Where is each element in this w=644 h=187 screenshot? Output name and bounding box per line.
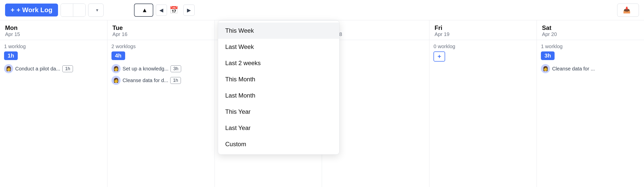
view-group [106, 4, 131, 17]
dropdown-item[interactable]: Last Week [218, 39, 339, 55]
avatar: 👩 [541, 64, 550, 73]
stack-view-button[interactable] [119, 4, 131, 17]
chevron-down-icon: ▾ [96, 7, 98, 13]
day-column-mon: MonApr 151 worklog1h👩Conduct a pilot da.… [0, 20, 107, 187]
next-period-button[interactable]: ▶ [183, 5, 195, 16]
task-label: Set up a knowledg... [123, 66, 168, 72]
day-name: Tue [112, 24, 210, 31]
day-header: TueApr 16 [107, 20, 215, 40]
day-name: Mon [5, 24, 102, 31]
export-icon: 📥 [623, 7, 631, 14]
table-view-button[interactable] [106, 4, 118, 17]
task-item[interactable]: 👩Cleanse data for ... [541, 64, 640, 73]
export-button[interactable]: 📥 [617, 4, 639, 17]
day-body: 1 worklog1h👩Conduct a pilot da...1h [0, 40, 107, 187]
prev-arrow-icon: ◀ [159, 7, 163, 13]
day-date: Apr 20 [542, 31, 639, 37]
plus-icon: + [11, 6, 14, 14]
calendar-icon: 📅 [169, 6, 178, 14]
day-name: Fri [434, 24, 532, 31]
task-label: Cleanse data for d... [123, 78, 168, 83]
worklog-badge: 1h [4, 51, 18, 60]
task-label: Cleanse data for ... [552, 66, 595, 72]
task-time-badge: 1h [62, 65, 73, 72]
prev-period-button[interactable]: ◀ [156, 5, 167, 16]
day-body: 0 worklog+ [429, 40, 537, 187]
task-time-badge: 1h [170, 77, 181, 84]
task-item[interactable]: 👩Cleanse data for d...1h [111, 76, 211, 85]
day-body: 2 worklogs4h👩Set up a knowledg...3h👩Clea… [107, 40, 215, 187]
day-header: MonApr 15 [0, 20, 107, 40]
day-date: Apr 16 [112, 31, 210, 37]
worklog-badge: 4h [111, 51, 125, 60]
day-header: SatApr 20 [537, 20, 644, 40]
dropdown-item[interactable]: Last Year [218, 120, 339, 136]
day-date: Apr 19 [434, 31, 532, 37]
avatar: 👩 [111, 64, 121, 73]
worklog-badge: 3h [541, 51, 555, 60]
worklog-count: 1 worklog [4, 44, 103, 49]
day-name: Sat [542, 24, 639, 31]
select-button[interactable]: ▲ [134, 4, 153, 17]
task-item[interactable]: 👩Set up a knowledg...3h [111, 64, 211, 73]
avatar: 👩 [4, 64, 13, 73]
day-column-tue: TueApr 162 worklogs4h👩Set up a knowledg.… [107, 20, 215, 187]
timesheet-tab-group [61, 4, 86, 17]
task-time-badge: 3h [171, 65, 181, 72]
avatar: 👩 [111, 76, 121, 85]
worklog-count: 1 worklog [541, 44, 640, 49]
dropdown-item[interactable]: Custom [218, 136, 339, 152]
my-timesheet-tab[interactable] [61, 4, 73, 16]
task-item[interactable]: 👩Conduct a pilot da...1h [4, 64, 103, 73]
worklog-count: 2 worklogs [111, 44, 211, 49]
day-date: Apr 18 [327, 31, 424, 37]
dropdown-item[interactable]: This Month [218, 71, 339, 87]
dropdown-item[interactable]: This Week [218, 23, 339, 39]
day-column-fri: FriApr 190 worklog+ [429, 20, 537, 187]
dropdown-item[interactable]: Last Month [218, 87, 339, 104]
next-arrow-icon: ▶ [187, 7, 191, 13]
date-range[interactable]: 📅 [169, 6, 181, 14]
select-dropdown: This WeekLast WeekLast 2 weeksThis Month… [218, 20, 339, 155]
chevron-up-icon: ▲ [142, 7, 148, 14]
worklog-badge[interactable]: + [433, 51, 445, 62]
worklog-count: 0 worklog [433, 44, 533, 49]
day-name: Thu [327, 24, 424, 31]
dropdown-item[interactable]: Last 2 weeks [218, 55, 339, 71]
day-header: FriApr 19 [429, 20, 537, 40]
worklog-label: + Work Log [16, 6, 52, 14]
day-column-sat: SatApr 201 worklog3h👩Cleanse data for ..… [537, 20, 644, 187]
toolbar: + + Work Log ▾ ▲ ◀ 📅 ▶ 📥 [0, 0, 644, 20]
add-worklog-button[interactable]: + + Work Log [5, 4, 58, 16]
dropdown-item[interactable]: This Year [218, 104, 339, 120]
day-body: 1 worklog3h👩Cleanse data for ... [537, 40, 644, 187]
task-label: Conduct a pilot da... [15, 66, 60, 72]
team-tab[interactable] [73, 4, 85, 16]
day-date: Apr 15 [5, 31, 102, 37]
team-dropdown[interactable]: ▾ [88, 4, 104, 17]
